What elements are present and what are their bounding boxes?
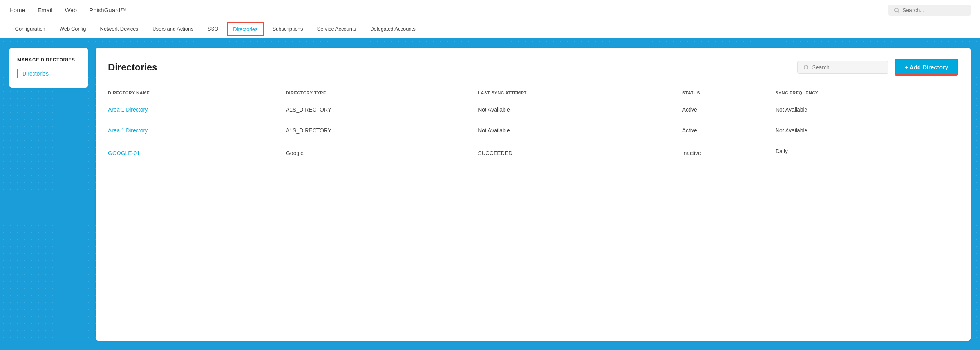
sub-nav: l Configuration Web Config Network Devic… [0, 20, 980, 38]
col-header-type: DIRECTORY TYPE [286, 87, 478, 99]
subnav-sso[interactable]: SSO [201, 22, 224, 36]
top-nav: Home Email Web PhishGuard™ [0, 0, 980, 20]
directory-name-cell[interactable]: Area 1 Directory [108, 120, 286, 141]
svg-line-3 [807, 68, 808, 69]
content-header: Directories + Add Directory [108, 59, 958, 76]
subnav-network-devices[interactable]: Network Devices [94, 22, 145, 36]
directory-name-link[interactable]: Area 1 Directory [108, 106, 148, 113]
status-cell: Active [682, 120, 776, 141]
directory-search-box [797, 61, 888, 74]
directory-search-input[interactable] [812, 64, 882, 70]
nav-email[interactable]: Email [38, 5, 52, 15]
top-search-input[interactable] [902, 7, 965, 13]
table-row: Area 1 DirectoryA1S_DIRECTORYNot Availab… [108, 99, 958, 120]
last-sync-cell: Not Available [478, 120, 682, 141]
subnav-l-configuration[interactable]: l Configuration [6, 22, 52, 36]
svg-line-1 [898, 11, 899, 12]
top-search-box [888, 5, 971, 16]
status-cell: Active [682, 99, 776, 120]
subnav-web-config[interactable]: Web Config [53, 22, 92, 36]
last-sync-cell: Not Available [478, 99, 682, 120]
subnav-users-and-actions[interactable]: Users and Actions [146, 22, 200, 36]
search-icon [894, 7, 899, 13]
subnav-service-accounts[interactable]: Service Accounts [311, 22, 362, 36]
col-header-sync-freq: SYNC FREQUENCY [776, 87, 958, 99]
top-nav-items: Home Email Web PhishGuard™ [9, 5, 126, 15]
sidebar-section-title: MANAGE DIRECTORIES [17, 57, 80, 63]
sync-frequency-cell: Not Available [776, 120, 958, 141]
directory-type-cell: A1S_DIRECTORY [286, 120, 478, 141]
directories-table: DIRECTORY NAME DIRECTORY TYPE LAST SYNC … [108, 87, 958, 165]
col-header-status: STATUS [682, 87, 776, 99]
page-title: Directories [108, 62, 157, 73]
directory-type-cell: Google [286, 141, 478, 165]
subnav-delegated-accounts[interactable]: Delegated Accounts [364, 22, 422, 36]
header-right: + Add Directory [797, 59, 958, 76]
content-panel: Directories + Add Directory DIRECTORY NA… [96, 48, 971, 341]
directory-type-cell: A1S_DIRECTORY [286, 99, 478, 120]
table-row: GOOGLE-01GoogleSUCCEEDEDInactiveDaily··· [108, 141, 958, 165]
subnav-subscriptions[interactable]: Subscriptions [266, 22, 309, 36]
last-sync-cell: SUCCEEDED [478, 141, 682, 165]
sidebar-item-directories[interactable]: Directories [17, 69, 80, 78]
svg-point-0 [895, 8, 898, 11]
row-menu-button[interactable]: ··· [940, 148, 952, 158]
col-header-name: DIRECTORY NAME [108, 87, 286, 99]
directory-name-cell[interactable]: Area 1 Directory [108, 99, 286, 120]
svg-point-2 [804, 65, 808, 69]
directory-name-link[interactable]: GOOGLE-01 [108, 150, 140, 156]
sync-frequency-cell: Daily··· [776, 141, 958, 165]
search-icon [803, 65, 809, 70]
subnav-directories[interactable]: Directories [227, 22, 264, 36]
nav-home[interactable]: Home [9, 5, 25, 15]
main-area: MANAGE DIRECTORIES Directories Directori… [0, 38, 980, 350]
status-cell: Inactive [682, 141, 776, 165]
nav-web[interactable]: Web [65, 5, 77, 15]
add-directory-button[interactable]: + Add Directory [895, 59, 958, 76]
sidebar: MANAGE DIRECTORIES Directories [9, 48, 88, 88]
sync-frequency-cell: Not Available [776, 99, 958, 120]
directory-name-cell[interactable]: GOOGLE-01 [108, 141, 286, 165]
nav-phishguard[interactable]: PhishGuard™ [89, 5, 126, 15]
col-header-last-sync: LAST SYNC ATTEMPT [478, 87, 682, 99]
table-row: Area 1 DirectoryA1S_DIRECTORYNot Availab… [108, 120, 958, 141]
directory-name-link[interactable]: Area 1 Directory [108, 127, 148, 134]
